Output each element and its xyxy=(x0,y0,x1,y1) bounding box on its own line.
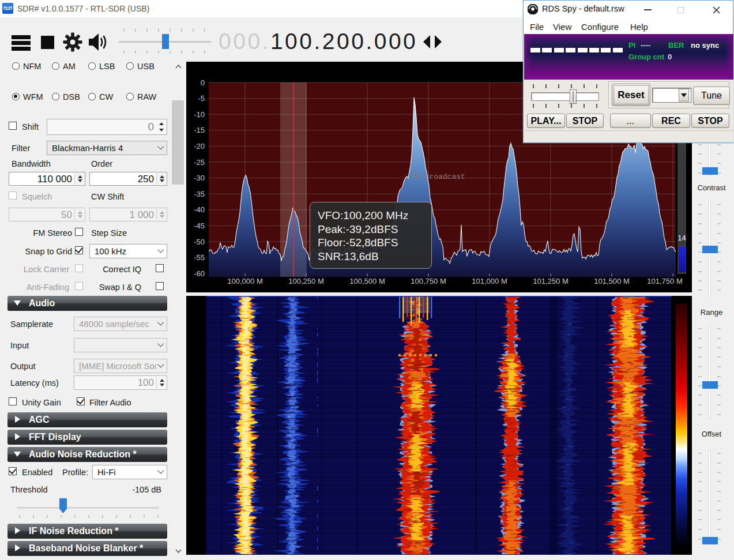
svg-text:-60: -60 xyxy=(194,269,205,278)
svg-text:-50: -50 xyxy=(194,238,205,246)
svg-text:-30: -30 xyxy=(194,174,205,182)
svg-text:101,500 M: 101,500 M xyxy=(594,277,629,285)
svg-text:101,750 M: 101,750 M xyxy=(647,277,682,285)
svg-text:100,000 M: 100,000 M xyxy=(227,277,262,285)
svg-text:-35: -35 xyxy=(194,190,205,198)
svg-text:-25: -25 xyxy=(194,158,205,167)
svg-text:-40: -40 xyxy=(194,205,205,214)
svg-text:101,250 M: 101,250 M xyxy=(533,277,568,285)
svg-text:101,000 M: 101,000 M xyxy=(472,277,507,285)
svg-text:100,500 M: 100,500 M xyxy=(349,277,385,285)
svg-text:100,750 M: 100,750 M xyxy=(411,277,446,285)
svg-text:-15: -15 xyxy=(194,126,205,134)
svg-text:-45: -45 xyxy=(194,221,205,230)
svg-text:-20: -20 xyxy=(194,142,205,151)
svg-text:100,250 M: 100,250 M xyxy=(288,277,323,285)
svg-text:0: 0 xyxy=(201,78,205,87)
svg-text:-55: -55 xyxy=(194,253,205,262)
svg-text:FM Broadcast: FM Broadcast xyxy=(411,172,465,181)
svg-text:-10: -10 xyxy=(194,110,205,119)
svg-text:-5: -5 xyxy=(198,94,205,103)
